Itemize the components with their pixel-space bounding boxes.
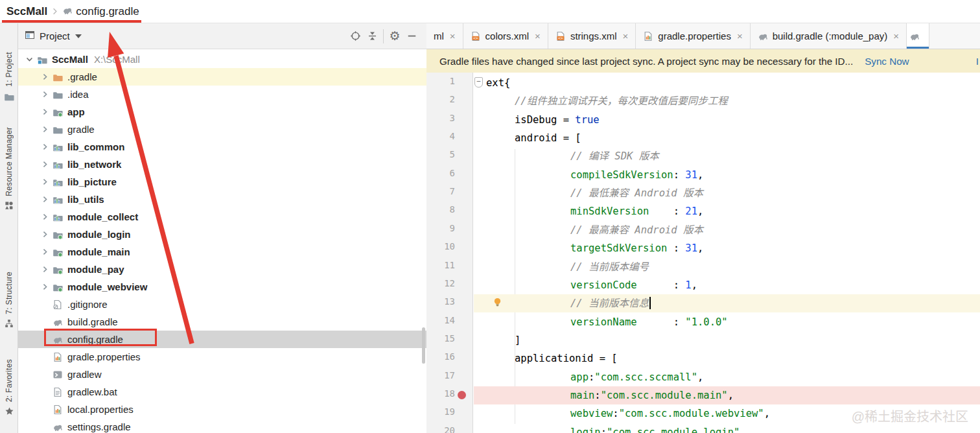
line-number[interactable]: 1 — [426, 76, 455, 86]
close-tab-icon[interactable]: × — [535, 30, 541, 41]
code-line-10: 10targetSdkVersion : 31, — [426, 239, 980, 258]
collapse-all-button[interactable] — [364, 28, 380, 45]
tree-item-module-webview[interactable]: module_webview — [18, 278, 426, 296]
code-line-11: 11// 当前版本编号 — [426, 258, 980, 277]
editor-tab-build-gradle-module-pay-[interactable]: build.gradle (:module_pay)× — [751, 23, 907, 49]
tree-item-sccmall[interactable]: SccMallX:\SccMall — [18, 51, 426, 68]
tree-item-module-collect[interactable]: module_collect — [18, 208, 426, 226]
locate-button[interactable] — [347, 28, 364, 45]
line-number[interactable]: 18 — [426, 388, 455, 399]
line-number[interactable]: 19 — [426, 406, 455, 417]
chevron-right-icon[interactable] — [38, 212, 52, 222]
banner-message: Gradle files have changed since last pro… — [439, 56, 853, 67]
tree-item-module-pay[interactable]: module_pay — [18, 261, 426, 278]
breakpoint-icon[interactable] — [458, 391, 466, 399]
editor-tab-colors-xml[interactable]: <>colors.xml× — [463, 23, 548, 49]
tree-item-module-login[interactable]: module_login — [18, 226, 426, 243]
close-tab-icon[interactable]: × — [737, 30, 743, 41]
folder-module-icon — [52, 142, 64, 152]
chevron-right-icon[interactable] — [38, 194, 52, 204]
chevron-right-icon[interactable] — [38, 72, 52, 82]
ignore-link-clipped[interactable]: I — [976, 56, 979, 67]
sync-now-link[interactable]: Sync Now — [865, 56, 909, 67]
chevron-right-icon[interactable] — [38, 142, 52, 152]
chevron-right-icon[interactable] — [38, 264, 52, 274]
tool-window-button-1-project[interactable]: 1: Project — [0, 52, 18, 102]
fold-marker-icon[interactable]: − — [474, 77, 483, 88]
breadcrumb-project[interactable]: SccMall — [6, 5, 47, 18]
close-tab-icon[interactable]: × — [450, 30, 456, 41]
folder-dot-icon — [52, 264, 64, 275]
tree-item-gradlew[interactable]: gradlew — [18, 366, 426, 383]
tree-item-gradle-properties[interactable]: gradle.properties — [18, 348, 426, 366]
chevron-right-icon[interactable] — [38, 124, 52, 134]
code-editor[interactable]: 1−ext{2//组件独立调试开关，每次更改值后要同步工程3isDebug = … — [426, 73, 980, 433]
breadcrumb-file[interactable]: config.gradle — [76, 5, 139, 18]
tree-item-config-gradle[interactable]: config.gradle — [18, 331, 426, 348]
file-properties-icon — [52, 404, 64, 415]
chevron-right-icon[interactable] — [38, 89, 52, 99]
hide-button[interactable] — [403, 28, 420, 45]
tree-item-label: local.properties — [67, 404, 134, 415]
line-number[interactable]: 13 — [426, 296, 455, 307]
chevron-down-icon[interactable] — [75, 34, 82, 38]
tree-item-label: gradle.properties — [67, 351, 141, 362]
tool-window-button-2-favorites[interactable]: 2: Favorites — [0, 359, 18, 416]
tree-item--gitignore[interactable]: .gitignore — [18, 296, 426, 313]
line-number[interactable]: 14 — [426, 315, 455, 325]
tree-scrollbar-thumb[interactable] — [422, 327, 425, 364]
line-number[interactable]: 3 — [426, 113, 455, 123]
chevron-right-icon[interactable] — [38, 159, 52, 169]
tool-window-button-resource-manager[interactable]: Resource Manager — [0, 127, 18, 210]
folder-dot-icon — [52, 229, 64, 240]
tree-item-local-properties[interactable]: local.properties — [18, 401, 426, 418]
line-number[interactable]: 16 — [426, 351, 455, 362]
tree-item-module-main[interactable]: module_main — [18, 243, 426, 261]
line-number[interactable]: 15 — [426, 333, 455, 344]
line-number[interactable]: 2 — [426, 94, 455, 104]
line-number[interactable]: 11 — [426, 260, 455, 270]
editor-tab-strings-xml[interactable]: <>strings.xml× — [548, 23, 636, 49]
line-number[interactable]: 6 — [426, 168, 455, 178]
editor-tab-gradle-properties[interactable]: gradle.properties× — [636, 23, 750, 49]
tree-item-gradlew-bat[interactable]: gradlew.bat — [18, 383, 426, 401]
chevron-right-icon[interactable] — [38, 229, 52, 239]
line-number[interactable]: 17 — [426, 370, 455, 380]
tree-item-build-gradle[interactable]: build.gradle — [18, 313, 426, 331]
line-number[interactable]: 7 — [426, 186, 455, 196]
line-number[interactable]: 5 — [426, 149, 455, 159]
folder-module-icon — [52, 177, 64, 187]
tree-item-lib-utils[interactable]: lib_utils — [18, 191, 426, 208]
editor-tab-clipped[interactable] — [907, 23, 929, 49]
editor-tab-ml[interactable]: ml× — [426, 23, 463, 49]
tool-window-button-7-structure[interactable]: 7: Structure — [0, 272, 18, 328]
line-number[interactable]: 8 — [426, 204, 455, 215]
chevron-down-icon[interactable] — [22, 54, 36, 64]
tree-item-app[interactable]: app — [18, 103, 426, 121]
tree-item-gradle[interactable]: gradle — [18, 121, 426, 138]
folder-orange-icon — [52, 72, 64, 82]
line-number[interactable]: 4 — [426, 131, 455, 141]
line-number[interactable]: 9 — [426, 223, 455, 233]
chevron-right-icon[interactable] — [38, 282, 52, 292]
chevron-right-icon — [50, 6, 60, 16]
line-number[interactable]: 20 — [426, 425, 455, 433]
line-number[interactable]: 10 — [426, 241, 455, 252]
chevron-right-icon[interactable] — [38, 107, 52, 117]
code-text: //组件独立调试开关，每次更改值后要同步工程 — [515, 93, 728, 110]
tree-item--gradle[interactable]: .gradle — [18, 68, 426, 86]
project-panel-title[interactable]: Project — [40, 30, 70, 41]
tree-item-lib-common[interactable]: lib_common — [18, 138, 426, 156]
code-text: applicationid = [ — [515, 351, 618, 367]
tree-item-lib-picture[interactable]: lib_picture — [18, 173, 426, 191]
tree-item-settings-gradle[interactable]: settings.gradle — [18, 418, 426, 433]
line-number[interactable]: 12 — [426, 278, 455, 288]
chevron-right-icon[interactable] — [38, 177, 52, 187]
settings-button[interactable]: ⚙ — [386, 28, 403, 45]
tree-item--idea[interactable]: .idea — [18, 86, 426, 103]
close-tab-icon[interactable]: × — [893, 30, 899, 41]
intention-bulb-icon[interactable] — [493, 297, 502, 309]
tree-item-lib-network[interactable]: lib_network — [18, 156, 426, 173]
chevron-right-icon[interactable] — [38, 247, 52, 257]
close-tab-icon[interactable]: × — [623, 30, 629, 41]
